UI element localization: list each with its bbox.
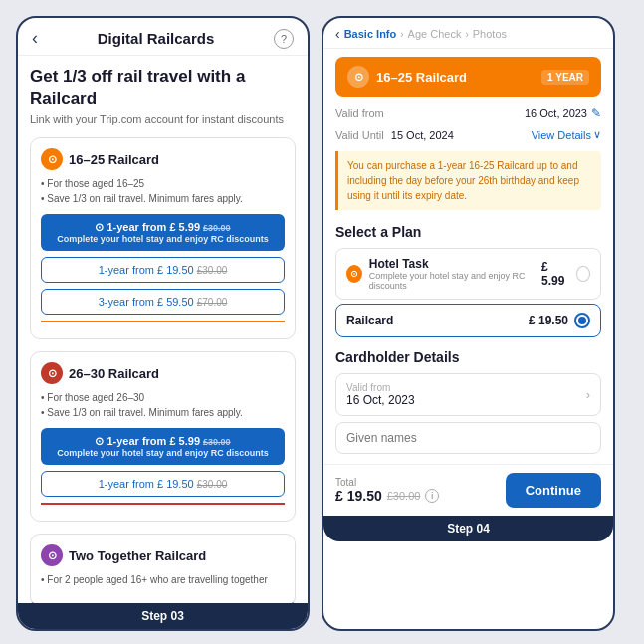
edit-date-icon[interactable]: ✎ bbox=[591, 107, 601, 120]
cardholder-valid-from-label: Valid from bbox=[346, 382, 415, 393]
cardholder-valid-from-info: Valid from 16 Oct, 2023 bbox=[346, 382, 415, 407]
valid-from-label: Valid from bbox=[335, 107, 384, 119]
total-section: Total £ 19.50 £30.00 i bbox=[335, 477, 439, 504]
cardholder-title: Cardholder Details bbox=[323, 341, 613, 369]
valid-until-row: Valid Until 15 Oct, 2024 View Details ∨ bbox=[323, 124, 613, 145]
total-info-icon[interactable]: i bbox=[425, 489, 439, 503]
total-price: £ 19.50 £30.00 i bbox=[335, 488, 439, 504]
radio-dot bbox=[578, 317, 586, 324]
hero-title: Get 1/3 off rail travel with a Railcard bbox=[30, 66, 296, 109]
select-plan-title: Select a Plan bbox=[323, 216, 613, 244]
breadcrumb-photos: Photos bbox=[473, 28, 507, 40]
divider-26-30 bbox=[41, 503, 285, 505]
cardholder-valid-from-value: 16 Oct, 2023 bbox=[346, 393, 415, 407]
railcard-section-16-25: ⊙ 16–25 Railcard • For those aged 16–25•… bbox=[30, 137, 296, 339]
hotel-task-right: £ 5.99 bbox=[541, 260, 590, 288]
plan-btn-16-25-1year[interactable]: 1-year from £ 19.50 £30.00 bbox=[41, 257, 285, 283]
railcard-banner: ⊙ 16–25 Railcard 1 YEAR bbox=[335, 57, 601, 97]
breadcrumb-age-check: Age Check bbox=[408, 28, 462, 40]
total-strike: £30.00 bbox=[387, 490, 421, 502]
footer-bar: Total £ 19.50 £30.00 i Continue bbox=[323, 464, 613, 516]
info-box: You can purchase a 1-year 16-25 Railcard… bbox=[335, 151, 601, 210]
railcard-name-two-together: Two Together Railcard bbox=[69, 548, 206, 563]
cardholder-section: Valid from 16 Oct, 2023 › bbox=[323, 369, 613, 464]
hotel-task-info: Hotel Task Complete your hotel stay and … bbox=[369, 257, 541, 291]
breadcrumb-basic-info[interactable]: Basic Info bbox=[344, 28, 397, 40]
plan-railcard[interactable]: Railcard £ 19.50 bbox=[335, 304, 601, 337]
railcard-header-16-25: ⊙ 16–25 Railcard bbox=[41, 148, 285, 170]
hero-subtitle: Link with your Trip.com account for inst… bbox=[30, 113, 296, 125]
railcard-name-26-30: 26–30 Railcard bbox=[69, 366, 159, 381]
railcard-radio[interactable] bbox=[574, 313, 590, 328]
railcard-info: Railcard bbox=[346, 314, 393, 327]
railcard-plan-price: £ 19.50 bbox=[529, 314, 568, 327]
given-names-input[interactable] bbox=[335, 422, 601, 454]
breadcrumb: ‹ Basic Info › Age Check › Photos bbox=[323, 18, 613, 49]
railcard-icon-two-together: ⊙ bbox=[41, 544, 63, 566]
right-phone: ‹ Basic Info › Age Check › Photos ⊙ 16–2… bbox=[322, 16, 615, 631]
railcard-header-two-together: ⊙ Two Together Railcard bbox=[41, 544, 285, 566]
railcard-desc-two-together: • For 2 people aged 16+ who are travelli… bbox=[41, 572, 285, 587]
railcard-name-16-25: 16–25 Railcard bbox=[69, 152, 159, 167]
left-back-button[interactable]: ‹ bbox=[32, 28, 38, 49]
total-amount: £ 19.50 bbox=[335, 488, 382, 504]
banner-badge: 1 YEAR bbox=[541, 70, 589, 85]
railcard-desc-16-25: • For those aged 16–25• Save 1/3 on rail… bbox=[41, 176, 285, 206]
banner-title: 16–25 Railcard bbox=[376, 70, 467, 85]
breadcrumb-sep-2: › bbox=[465, 29, 468, 40]
hotel-task-name: Hotel Task bbox=[369, 257, 541, 271]
railcard-section-two-together: ⊙ Two Together Railcard • For 2 people a… bbox=[30, 534, 296, 603]
railcard-header-26-30: ⊙ 26–30 Railcard bbox=[41, 362, 285, 384]
left-phone: ‹ Digital Railcards ? Get 1/3 off rail t… bbox=[16, 16, 310, 631]
plan-btn-16-25-3year[interactable]: 3-year from £ 59.50 £70.00 bbox=[41, 289, 285, 315]
hotel-task-icon: ⊙ bbox=[346, 265, 362, 283]
hotel-task-sub: Complete your hotel stay and enjoy RC di… bbox=[369, 271, 541, 291]
railcard-plan-name: Railcard bbox=[346, 314, 393, 327]
left-body: Get 1/3 off rail travel with a Railcard … bbox=[18, 56, 308, 603]
view-details-button[interactable]: View Details ∨ bbox=[532, 128, 601, 141]
hotel-task-radio[interactable] bbox=[576, 266, 590, 282]
plan-btn-16-25-hotel[interactable]: ⊙ 1-year from £ 5.99 £30.00 Complete you… bbox=[41, 214, 285, 251]
breadcrumb-sep-1: › bbox=[400, 29, 403, 40]
railcard-desc-26-30: • For those aged 26–30• Save 1/3 on rail… bbox=[41, 390, 285, 420]
cardholder-chevron: › bbox=[586, 387, 590, 402]
valid-from-date: 16 Oct, 2023 ✎ bbox=[525, 107, 601, 120]
left-help-button[interactable]: ? bbox=[274, 29, 294, 49]
left-title: Digital Railcards bbox=[98, 30, 215, 47]
banner-icon: ⊙ bbox=[347, 66, 369, 88]
valid-until-label: Valid Until 15 Oct, 2024 bbox=[335, 129, 454, 141]
total-label: Total bbox=[335, 477, 439, 488]
cardholder-valid-from-row[interactable]: Valid from 16 Oct, 2023 › bbox=[335, 373, 601, 416]
left-step-label: Step 03 bbox=[18, 603, 308, 629]
right-step-label: Step 04 bbox=[323, 516, 613, 541]
hotel-task-price: £ 5.99 bbox=[541, 260, 570, 288]
plan-railcard-left: Railcard bbox=[346, 314, 393, 327]
plan-btn-26-30-hotel[interactable]: ⊙ 1-year from £ 5.99 £30.00 Complete you… bbox=[41, 428, 285, 465]
banner-left: ⊙ 16–25 Railcard bbox=[347, 66, 467, 88]
continue-button[interactable]: Continue bbox=[506, 473, 601, 508]
right-back-button[interactable]: ‹ bbox=[335, 26, 340, 42]
right-body: ⊙ 16–25 Railcard 1 YEAR Valid from 16 Oc… bbox=[323, 49, 613, 464]
plan-hotel-task-left: ⊙ Hotel Task Complete your hotel stay an… bbox=[346, 257, 541, 291]
plan-btn-26-30-1year[interactable]: 1-year from £ 19.50 £30.00 bbox=[41, 471, 285, 497]
plan-hotel-task[interactable]: ⊙ Hotel Task Complete your hotel stay an… bbox=[335, 248, 601, 300]
railcard-right: £ 19.50 bbox=[529, 313, 590, 328]
railcard-icon-26-30: ⊙ bbox=[41, 362, 63, 384]
railcard-icon-16-25: ⊙ bbox=[41, 148, 63, 170]
valid-from-row: Valid from 16 Oct, 2023 ✎ bbox=[323, 103, 613, 124]
divider-16-25 bbox=[41, 321, 285, 322]
left-header: ‹ Digital Railcards ? bbox=[18, 18, 308, 56]
railcard-section-26-30: ⊙ 26–30 Railcard • For those aged 26–30•… bbox=[30, 351, 296, 522]
